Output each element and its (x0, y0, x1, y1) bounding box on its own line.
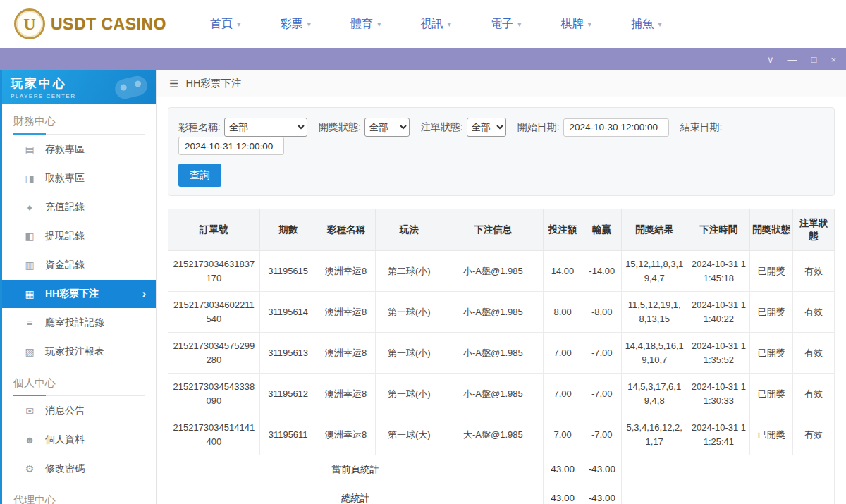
cell-bet-info: 小-A盤@1.985 (443, 374, 543, 414)
draw-status-label: 開獎狀態: (319, 121, 361, 134)
cell-play-type: 第一球(小) (375, 292, 443, 333)
main-nav: 首頁▾彩票▾體育▾視訊▾電子▾棋牌▾捕魚▾ (210, 17, 662, 32)
window-controls: ∨—□× (767, 55, 836, 64)
column-header: 下注時間 (687, 209, 750, 251)
sidebar-item-label: 修改密碼 (45, 462, 85, 475)
cell-order-status: 有效 (793, 333, 835, 374)
column-header: 開獎結果 (622, 209, 687, 251)
sidebar-item-deposit[interactable]: ▤存款專區 (2, 135, 156, 164)
chevron-down-icon: ▾ (307, 20, 311, 29)
nav-item-label: 捕魚 (631, 17, 654, 32)
chevron-down-icon: ▾ (658, 20, 662, 29)
sidebar-item-recharge-record[interactable]: ♦充值記錄 (2, 193, 156, 221)
change-password-icon: ⚙ (23, 463, 36, 474)
cell-bet-amount: 7.00 (543, 374, 582, 414)
sidebar-item-label: 提現記錄 (45, 230, 85, 242)
sidebar-item-funds-record[interactable]: ▥資金記錄 (2, 251, 156, 279)
filter-panel: 彩種名稱: 全部 開獎狀態: 全部 注單狀態: 全部 開始日期: 結束日期: (168, 107, 835, 196)
start-date-input[interactable] (563, 118, 669, 137)
cell-order-number: 2152173034514141400 (168, 414, 260, 455)
room-bet-record-icon: ≡ (23, 317, 36, 328)
sidebar-item-hh-lottery-bet[interactable]: ▦HH彩票下注› (2, 280, 156, 308)
sidebar-item-announcements[interactable]: ✉消息公告 (2, 397, 156, 425)
order-status-select[interactable]: 全部 (467, 118, 506, 137)
nav-item-video[interactable]: 視訊▾ (421, 17, 452, 32)
lottery-name-select[interactable]: 全部 (224, 118, 307, 137)
sidebar-item-change-password[interactable]: ⚙修改密碼 (2, 455, 156, 483)
main-content: ☰ HH彩票下注 彩種名稱: 全部 開獎狀態: 全部 注單狀態: 全部 (157, 70, 846, 504)
players-center-banner: 玩家中心 PLAYERS CENTER (2, 70, 156, 104)
cell-play-type: 第一球(大) (375, 414, 443, 455)
summary-bet-amount: 43.00 (543, 484, 582, 504)
column-header: 輸贏 (582, 209, 622, 251)
column-header: 注單狀態 (793, 209, 835, 251)
end-date-input[interactable] (178, 137, 284, 155)
cell-lottery-name: 澳洲幸运8 (317, 374, 375, 414)
close-button[interactable]: × (830, 55, 836, 64)
sidebar-item-profile[interactable]: ☻個人資料 (2, 426, 156, 454)
summary-row: 當前頁統計43.00-43.00 (168, 455, 835, 484)
cell-order-number: 2152173034575299280 (168, 333, 260, 374)
cell-bet-info: 小-A盤@1.985 (443, 333, 543, 374)
sidebar-menu: 財務中心▤存款專區◨取款專區♦充值記錄◧提現記錄▥資金記錄▦HH彩票下注›≡廳室… (2, 115, 156, 504)
cell-order-number: 2152173034631837170 (168, 251, 260, 292)
sidebar: 玩家中心 PLAYERS CENTER 財務中心▤存款專區◨取款專區♦充值記錄◧… (2, 70, 157, 504)
cell-bet-amount: 7.00 (543, 333, 582, 374)
cell-period: 31195613 (259, 333, 317, 374)
nav-item-home[interactable]: 首頁▾ (210, 17, 241, 32)
nav-item-fishing[interactable]: 捕魚▾ (631, 17, 662, 32)
lottery-bet-icon: ▦ (23, 288, 36, 300)
nav-item-label: 棋牌 (561, 17, 584, 32)
cell-bet-time: 2024-10-31 11:30:33 (687, 374, 750, 414)
cell-draw-result: 14,4,18,5,16,19,10,7 (622, 333, 687, 374)
cell-order-status: 有效 (793, 292, 835, 333)
site-header: U USDT CASINO 首頁▾彩票▾體育▾視訊▾電子▾棋牌▾捕魚▾ (0, 0, 846, 48)
column-header: 投注額 (543, 209, 582, 251)
sidebar-item-room-bet-record[interactable]: ≡廳室投註記錄 (2, 309, 156, 337)
nav-item-label: 首頁 (210, 17, 233, 32)
cell-bet-info: 小-A盤@1.985 (443, 251, 543, 292)
bets-table: 訂單號期數彩種名稱玩法下注信息投注額輸贏開獎結果下注時間開獎狀態注單狀態 215… (168, 209, 835, 504)
maximize-button[interactable]: □ (811, 55, 817, 64)
nav-item-chess[interactable]: 棋牌▾ (561, 17, 592, 32)
player-bet-report-icon: ▧ (23, 346, 36, 357)
cell-draw-result: 5,3,4,16,12,2,1,17 (622, 414, 687, 455)
cell-draw-result: 11,5,12,19,1,8,13,15 (622, 292, 687, 333)
column-header: 訂單號 (168, 209, 260, 251)
column-header: 開獎狀態 (750, 209, 793, 251)
logo-text: USDT CASINO (51, 15, 166, 34)
cell-bet-amount: 14.00 (543, 251, 582, 292)
lottery-name-label: 彩種名稱: (178, 121, 221, 134)
window-titlebar: ∨—□× (0, 48, 846, 70)
summary-win-loss: -43.00 (582, 484, 622, 504)
withdraw-icon: ◨ (23, 173, 36, 184)
draw-status-select[interactable]: 全部 (364, 118, 410, 137)
cell-lottery-name: 澳洲幸运8 (317, 251, 375, 292)
cell-bet-info: 小-A盤@1.985 (443, 292, 543, 333)
withdrawal-record-icon: ◧ (23, 231, 36, 242)
cell-bet-time: 2024-10-31 11:25:41 (687, 414, 750, 455)
page-title: HH彩票下注 (185, 77, 241, 90)
sidebar-item-label: 資金記錄 (45, 259, 85, 271)
sidebar-item-label: 廳室投註記錄 (45, 316, 104, 329)
sidebar-item-withdraw[interactable]: ◨取款專區 (2, 164, 156, 192)
menu-icon[interactable]: ☰ (169, 78, 178, 90)
collapse-button[interactable]: ∨ (767, 55, 774, 64)
nav-item-lottery[interactable]: 彩票▾ (280, 17, 311, 32)
profile-icon: ☻ (23, 434, 36, 445)
sidebar-item-label: 玩家投注報表 (45, 345, 104, 358)
column-header: 期數 (259, 209, 317, 251)
minimize-button[interactable]: — (788, 55, 797, 64)
column-header: 下注信息 (443, 209, 543, 251)
summary-empty (622, 455, 835, 484)
nav-item-sports[interactable]: 體育▾ (350, 17, 381, 32)
sidebar-item-player-bet-report[interactable]: ▧玩家投注報表 (2, 338, 156, 366)
nav-item-label: 體育 (350, 17, 373, 32)
search-button[interactable]: 查詢 (178, 164, 221, 187)
usdt-logo-icon: U (14, 8, 45, 39)
chevron-down-icon: ▾ (588, 20, 592, 29)
sidebar-item-withdrawal-record[interactable]: ◧提現記錄 (2, 222, 156, 250)
chevron-down-icon: ▾ (448, 20, 452, 29)
cell-period: 31195611 (259, 414, 317, 455)
nav-item-slots[interactable]: 電子▾ (491, 17, 522, 32)
